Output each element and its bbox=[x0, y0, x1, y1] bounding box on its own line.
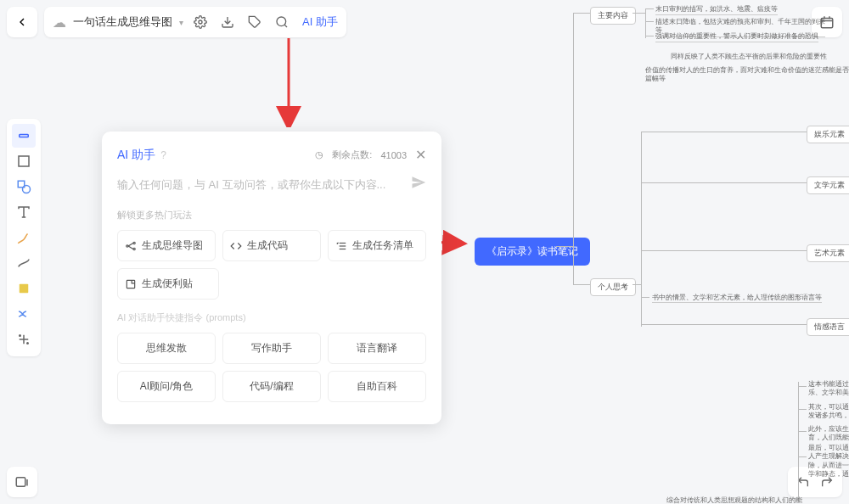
dropdown-icon[interactable]: ▾ bbox=[179, 18, 183, 27]
ai-assistant-link[interactable]: AI 助手 bbox=[302, 14, 338, 30]
tool-frame[interactable] bbox=[12, 149, 36, 173]
clock-icon: ◷ bbox=[315, 149, 323, 160]
help-icon[interactable]: ? bbox=[160, 149, 166, 161]
leaf[interactable]: 价值的传播对人的生日的育养，面对灾难和生命价值的迷茫感能是否在该篇幅等 bbox=[645, 66, 849, 84]
tool-connector[interactable] bbox=[12, 251, 36, 275]
branch-main-content[interactable]: 主要内容 bbox=[590, 7, 636, 25]
svg-rect-16 bbox=[16, 478, 25, 487]
layers-button[interactable] bbox=[7, 467, 37, 497]
svg-rect-5 bbox=[20, 135, 29, 137]
prompt-ai-role[interactable]: AI顾问/角色 bbox=[117, 371, 216, 402]
ai-assistant-panel: AI 助手 ? ◷ 剩余点数: 41003 ✕ 解锁更多热门玩法 生成思维导图 … bbox=[102, 132, 441, 424]
send-button[interactable] bbox=[411, 175, 426, 193]
svg-point-14 bbox=[20, 335, 21, 337]
svg-point-8 bbox=[23, 186, 31, 193]
svg-line-4 bbox=[284, 25, 287, 27]
tool-text[interactable] bbox=[12, 200, 36, 224]
prompts-section-label: AI 对话助手快捷指令 (prompts) bbox=[117, 311, 426, 324]
sub-emotion[interactable]: 情感语言 bbox=[807, 318, 849, 336]
search-icon[interactable] bbox=[272, 12, 292, 32]
actions-section-label: 解锁更多热门玩法 bbox=[117, 209, 426, 221]
svg-point-27 bbox=[133, 242, 135, 244]
leaf[interactable]: 同样反映了人类不顾生态平衡的后果和危险的重要性 bbox=[671, 53, 827, 61]
action-generate-mindmap[interactable]: 生成思维导图 bbox=[117, 230, 216, 261]
sub-art[interactable]: 艺术元素 bbox=[807, 244, 849, 262]
leaf[interactable]: 此外，应该生面性和及其教育，人们既能 bbox=[808, 425, 849, 443]
tool-shape[interactable] bbox=[12, 175, 36, 199]
back-button[interactable] bbox=[7, 7, 37, 37]
svg-point-28 bbox=[133, 248, 135, 249]
tag-icon[interactable] bbox=[245, 12, 265, 32]
action-generate-sticky[interactable]: 生成便利贴 bbox=[117, 268, 219, 300]
settings-icon[interactable] bbox=[190, 12, 211, 32]
panel-title: AI 助手 ? bbox=[117, 148, 166, 163]
branch-personal-thoughts[interactable]: 个人思考 bbox=[590, 278, 636, 296]
action-generate-code[interactable]: 生成代码 bbox=[222, 230, 321, 261]
svg-line-29 bbox=[128, 243, 133, 246]
prompt-brainstorm[interactable]: 思维发散 bbox=[117, 333, 216, 364]
prompt-translate[interactable]: 语言翻译 bbox=[328, 333, 426, 364]
leaf[interactable]: 末日审判的描写，如洪水、地震、瘟疫等 bbox=[655, 5, 778, 15]
leaf[interactable]: 综合对传统和人类思想观题的结构和人们的能 bbox=[666, 496, 802, 504]
leaf[interactable]: 强调对信仰的重要性，警示人们要时刻做好准备的恐惧 bbox=[655, 32, 818, 42]
mindmap-canvas[interactable]: 主要内容 末日审判的描写，如洪水、地震、瘟疫等 描述末日降临，包括灾难的预兆和审… bbox=[560, 0, 849, 504]
document-title: 一句话生成思维导图 bbox=[73, 14, 172, 30]
tool-sticky[interactable] bbox=[12, 277, 36, 300]
title-bar: ☁ 一句话生成思维导图 ▾ AI 助手 bbox=[44, 7, 346, 37]
close-button[interactable]: ✕ bbox=[415, 147, 426, 163]
svg-point-3 bbox=[277, 17, 286, 26]
leaf[interactable]: 最后，可以通过职业等划定的人产生现解决疑难等，比如除，从而进一步研究技术，文学和… bbox=[808, 444, 849, 479]
leaf[interactable]: 这本书能通过艺术重现中的音乐、文学和美 bbox=[808, 380, 849, 398]
svg-rect-6 bbox=[19, 156, 29, 166]
prompt-coding[interactable]: 代码/编程 bbox=[222, 371, 321, 402]
ai-prompt-input[interactable] bbox=[117, 178, 404, 191]
leaf[interactable]: 其次，可以通过真实案例会引发诸多共鸣，如 bbox=[808, 403, 849, 421]
tool-more[interactable] bbox=[12, 328, 36, 351]
sub-entertainment[interactable]: 娱乐元素 bbox=[807, 126, 849, 143]
left-toolbar bbox=[7, 119, 41, 356]
tool-mindmap[interactable] bbox=[12, 302, 36, 326]
svg-rect-34 bbox=[127, 280, 134, 288]
prompt-wiki[interactable]: 自助百科 bbox=[328, 371, 426, 402]
annotation-arrow-1 bbox=[272, 34, 306, 127]
leaf[interactable]: 书中的情景、文学和艺术元素，给人理传统的图形语言等 bbox=[652, 294, 822, 303]
credits-value: 41003 bbox=[380, 150, 407, 160]
export-icon[interactable] bbox=[217, 12, 238, 32]
action-generate-tasklist[interactable]: 生成任务清单 bbox=[328, 230, 426, 261]
svg-line-30 bbox=[128, 246, 133, 249]
prompt-writing[interactable]: 写作助手 bbox=[222, 333, 321, 364]
tool-pen[interactable] bbox=[12, 226, 36, 249]
sub-literature[interactable]: 文学元素 bbox=[807, 176, 849, 194]
credits-label: 剩余点数: bbox=[332, 148, 372, 161]
tool-select[interactable] bbox=[12, 124, 36, 148]
svg-point-0 bbox=[199, 20, 202, 24]
svg-point-15 bbox=[27, 343, 29, 344]
cloud-icon: ☁ bbox=[53, 14, 66, 31]
svg-rect-11 bbox=[20, 284, 29, 294]
svg-point-26 bbox=[127, 244, 128, 246]
